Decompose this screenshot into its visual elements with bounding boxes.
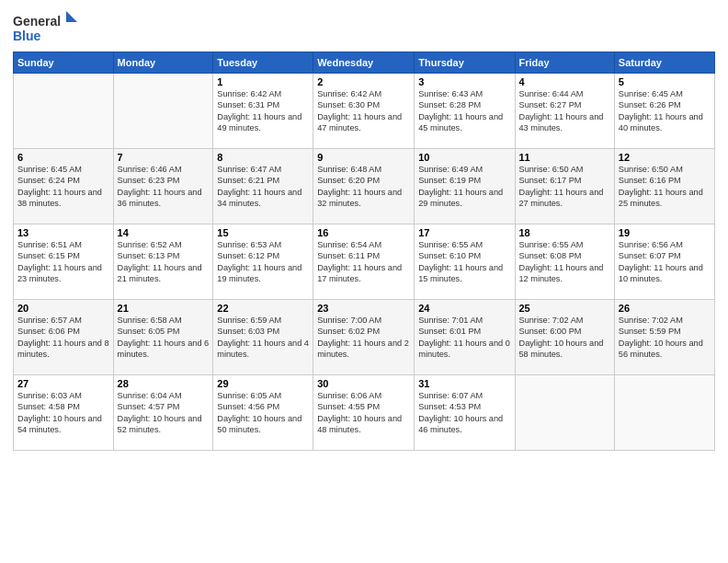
day-number: 21 xyxy=(118,303,210,314)
day-number: 28 xyxy=(118,378,210,389)
calendar-cell: 5Sunrise: 6:45 AM Sunset: 6:26 PM Daylig… xyxy=(614,74,714,149)
calendar-cell: 30Sunrise: 6:06 AM Sunset: 4:55 PM Dayli… xyxy=(313,375,415,451)
day-info: Sunrise: 7:00 AM Sunset: 6:02 PM Dayligh… xyxy=(317,315,410,361)
day-info: Sunrise: 6:45 AM Sunset: 6:24 PM Dayligh… xyxy=(17,164,109,210)
day-info: Sunrise: 6:05 AM Sunset: 4:56 PM Dayligh… xyxy=(217,390,309,436)
calendar-cell: 1Sunrise: 6:42 AM Sunset: 6:31 PM Daylig… xyxy=(213,74,313,149)
week-row-2: 6Sunrise: 6:45 AM Sunset: 6:24 PM Daylig… xyxy=(14,149,715,224)
weekday-header-sunday: Sunday xyxy=(14,52,114,74)
day-number: 24 xyxy=(418,303,510,314)
logo: GeneralBlue xyxy=(13,9,77,46)
calendar-cell: 3Sunrise: 6:43 AM Sunset: 6:28 PM Daylig… xyxy=(415,74,515,149)
calendar-cell: 18Sunrise: 6:55 AM Sunset: 6:08 PM Dayli… xyxy=(515,224,614,300)
calendar-cell: 9Sunrise: 6:48 AM Sunset: 6:20 PM Daylig… xyxy=(313,149,415,224)
weekday-header-friday: Friday xyxy=(515,52,614,74)
calendar-cell: 14Sunrise: 6:52 AM Sunset: 6:13 PM Dayli… xyxy=(113,224,213,300)
day-info: Sunrise: 6:03 AM Sunset: 4:58 PM Dayligh… xyxy=(17,390,109,436)
day-number: 31 xyxy=(418,378,510,389)
day-info: Sunrise: 6:50 AM Sunset: 6:16 PM Dayligh… xyxy=(619,164,711,210)
calendar-cell xyxy=(515,375,614,451)
day-number: 6 xyxy=(17,152,109,163)
page-container: GeneralBlue SundayMondayTuesdayWednesday… xyxy=(0,0,728,460)
day-number: 5 xyxy=(619,76,711,87)
weekday-header-row: SundayMondayTuesdayWednesdayThursdayFrid… xyxy=(14,52,715,74)
day-number: 1 xyxy=(217,76,309,87)
day-number: 8 xyxy=(217,152,309,163)
day-number: 17 xyxy=(418,227,510,238)
calendar-cell: 27Sunrise: 6:03 AM Sunset: 4:58 PM Dayli… xyxy=(14,375,114,451)
calendar-cell: 22Sunrise: 6:59 AM Sunset: 6:03 PM Dayli… xyxy=(213,300,313,375)
day-info: Sunrise: 6:59 AM Sunset: 6:03 PM Dayligh… xyxy=(217,315,309,361)
day-info: Sunrise: 6:55 AM Sunset: 6:10 PM Dayligh… xyxy=(418,239,510,285)
day-number: 14 xyxy=(118,227,210,238)
day-number: 27 xyxy=(17,378,109,389)
day-info: Sunrise: 6:44 AM Sunset: 6:27 PM Dayligh… xyxy=(519,88,610,134)
day-info: Sunrise: 6:45 AM Sunset: 6:26 PM Dayligh… xyxy=(619,88,711,134)
calendar-cell: 23Sunrise: 7:00 AM Sunset: 6:02 PM Dayli… xyxy=(313,300,415,375)
calendar-cell: 17Sunrise: 6:55 AM Sunset: 6:10 PM Dayli… xyxy=(415,224,515,300)
calendar-cell: 26Sunrise: 7:02 AM Sunset: 5:59 PM Dayli… xyxy=(614,300,714,375)
day-number: 10 xyxy=(418,152,510,163)
calendar-cell: 16Sunrise: 6:54 AM Sunset: 6:11 PM Dayli… xyxy=(313,224,415,300)
day-info: Sunrise: 6:48 AM Sunset: 6:20 PM Dayligh… xyxy=(317,164,410,210)
calendar-cell: 20Sunrise: 6:57 AM Sunset: 6:06 PM Dayli… xyxy=(14,300,114,375)
day-info: Sunrise: 6:42 AM Sunset: 6:30 PM Dayligh… xyxy=(317,88,410,134)
week-row-4: 20Sunrise: 6:57 AM Sunset: 6:06 PM Dayli… xyxy=(14,300,715,375)
week-row-1: 1Sunrise: 6:42 AM Sunset: 6:31 PM Daylig… xyxy=(14,74,715,149)
day-number: 11 xyxy=(519,152,610,163)
day-info: Sunrise: 7:02 AM Sunset: 5:59 PM Dayligh… xyxy=(619,315,711,361)
calendar-cell: 6Sunrise: 6:45 AM Sunset: 6:24 PM Daylig… xyxy=(14,149,114,224)
calendar-cell: 2Sunrise: 6:42 AM Sunset: 6:30 PM Daylig… xyxy=(313,74,415,149)
calendar-cell xyxy=(14,74,114,149)
day-number: 25 xyxy=(519,303,610,314)
day-info: Sunrise: 6:07 AM Sunset: 4:53 PM Dayligh… xyxy=(418,390,510,436)
calendar-cell: 11Sunrise: 6:50 AM Sunset: 6:17 PM Dayli… xyxy=(515,149,614,224)
calendar-cell: 31Sunrise: 6:07 AM Sunset: 4:53 PM Dayli… xyxy=(415,375,515,451)
svg-text:Blue: Blue xyxy=(13,29,41,43)
day-number: 2 xyxy=(317,76,410,87)
calendar-cell: 28Sunrise: 6:04 AM Sunset: 4:57 PM Dayli… xyxy=(113,375,213,451)
calendar-cell: 29Sunrise: 6:05 AM Sunset: 4:56 PM Dayli… xyxy=(213,375,313,451)
day-info: Sunrise: 6:43 AM Sunset: 6:28 PM Dayligh… xyxy=(418,88,510,134)
day-info: Sunrise: 6:06 AM Sunset: 4:55 PM Dayligh… xyxy=(317,390,410,436)
logo-svg: GeneralBlue xyxy=(13,9,77,46)
day-info: Sunrise: 6:49 AM Sunset: 6:19 PM Dayligh… xyxy=(418,164,510,210)
week-row-3: 13Sunrise: 6:51 AM Sunset: 6:15 PM Dayli… xyxy=(14,224,715,300)
svg-marker-2 xyxy=(66,11,77,22)
day-number: 26 xyxy=(619,303,711,314)
day-number: 3 xyxy=(418,76,510,87)
calendar-cell: 21Sunrise: 6:58 AM Sunset: 6:05 PM Dayli… xyxy=(113,300,213,375)
svg-text:General: General xyxy=(13,14,61,29)
day-info: Sunrise: 6:57 AM Sunset: 6:06 PM Dayligh… xyxy=(17,315,109,361)
day-number: 22 xyxy=(217,303,309,314)
calendar-cell: 8Sunrise: 6:47 AM Sunset: 6:21 PM Daylig… xyxy=(213,149,313,224)
calendar-cell xyxy=(614,375,714,451)
day-info: Sunrise: 6:56 AM Sunset: 6:07 PM Dayligh… xyxy=(619,239,711,285)
day-info: Sunrise: 6:42 AM Sunset: 6:31 PM Dayligh… xyxy=(217,88,309,134)
calendar-cell xyxy=(113,74,213,149)
day-info: Sunrise: 6:46 AM Sunset: 6:23 PM Dayligh… xyxy=(118,164,210,210)
day-number: 9 xyxy=(317,152,410,163)
day-info: Sunrise: 6:58 AM Sunset: 6:05 PM Dayligh… xyxy=(118,315,210,361)
day-number: 12 xyxy=(619,152,711,163)
weekday-header-tuesday: Tuesday xyxy=(213,52,313,74)
day-info: Sunrise: 6:04 AM Sunset: 4:57 PM Dayligh… xyxy=(118,390,210,436)
day-info: Sunrise: 6:55 AM Sunset: 6:08 PM Dayligh… xyxy=(519,239,610,285)
calendar-cell: 25Sunrise: 7:02 AM Sunset: 6:00 PM Dayli… xyxy=(515,300,614,375)
calendar-cell: 7Sunrise: 6:46 AM Sunset: 6:23 PM Daylig… xyxy=(113,149,213,224)
weekday-header-wednesday: Wednesday xyxy=(313,52,415,74)
calendar-cell: 19Sunrise: 6:56 AM Sunset: 6:07 PM Dayli… xyxy=(614,224,714,300)
week-row-5: 27Sunrise: 6:03 AM Sunset: 4:58 PM Dayli… xyxy=(14,375,715,451)
weekday-header-saturday: Saturday xyxy=(614,52,714,74)
day-info: Sunrise: 6:47 AM Sunset: 6:21 PM Dayligh… xyxy=(217,164,309,210)
header: GeneralBlue xyxy=(13,9,715,46)
calendar-cell: 12Sunrise: 6:50 AM Sunset: 6:16 PM Dayli… xyxy=(614,149,714,224)
day-number: 29 xyxy=(217,378,309,389)
day-number: 23 xyxy=(317,303,410,314)
calendar: SundayMondayTuesdayWednesdayThursdayFrid… xyxy=(13,52,715,451)
day-info: Sunrise: 6:51 AM Sunset: 6:15 PM Dayligh… xyxy=(17,239,109,285)
day-number: 20 xyxy=(17,303,109,314)
day-number: 15 xyxy=(217,227,309,238)
day-info: Sunrise: 6:54 AM Sunset: 6:11 PM Dayligh… xyxy=(317,239,410,285)
day-info: Sunrise: 7:01 AM Sunset: 6:01 PM Dayligh… xyxy=(418,315,510,361)
